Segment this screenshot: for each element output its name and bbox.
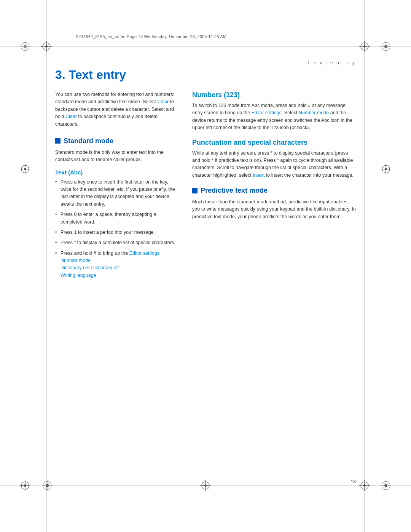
numbers-editor-settings-link[interactable]: Editor settings (252, 110, 282, 115)
intro-text-before: You can use two methods for entering tex… (55, 92, 174, 104)
standard-mode-description: Standard mode is the only way to enter t… (55, 149, 177, 164)
bullet-item-1: Press a key once to insert the first let… (55, 179, 177, 208)
left-column: You can use two methods for entering tex… (55, 91, 177, 282)
bullet-2-text: Press 0 to enter a space, thereby accept… (61, 212, 156, 224)
reg-mark-bottom-right (359, 480, 370, 491)
reg-mark-bottom-center (200, 480, 211, 491)
reg-mark-bottom-right2 (381, 480, 391, 491)
vline-right (364, 0, 365, 532)
blue-square-icon-2 (192, 188, 198, 193)
reg-mark-top-left2 (41, 41, 52, 52)
reg-mark-bottom-left (20, 480, 30, 491)
number-mode-link[interactable]: Number mode (61, 258, 91, 263)
punctuation-text-after: to insert the character into your messag… (264, 173, 353, 178)
numbers-body: To switch to 123 mode from Abc mode, pre… (192, 102, 356, 132)
bullet-4-text: Press * to display a complete list of sp… (61, 240, 175, 245)
bullet-5-text-before: Press and hold # to bring up the (61, 251, 129, 256)
reg-mark-mid-right (381, 164, 391, 174)
two-column-layout: You can use two methods for entering tex… (55, 91, 356, 282)
reg-mark-top-right2 (381, 41, 391, 52)
reg-mark-bottom-left2 (42, 480, 53, 491)
dictionary-off-link[interactable]: Dictionary off (91, 265, 119, 270)
text-abc-bullets: Press a key once to insert the first let… (55, 179, 177, 280)
numbers-heading: Numbers (123) (192, 91, 356, 99)
main-content: 3. Text entry You can use two methods fo… (55, 68, 356, 477)
section-header: T e x t e n t r y (307, 60, 356, 66)
dictionary-on-link[interactable]: Dictionary on (61, 265, 88, 270)
clear-link-2[interactable]: Clear (65, 114, 77, 119)
predictive-text-heading: Predictive text mode (192, 187, 356, 195)
file-info: 9243644_6155_en_au.fm Page 13 Wednesday,… (76, 34, 226, 39)
chapter-name: Text entry (69, 68, 126, 81)
predictive-text-description: Much faster than the standard mode metho… (192, 198, 356, 220)
punctuation-heading: Punctuation and special characters (192, 139, 356, 147)
page-number: 13 (351, 479, 356, 484)
reg-mark-top-right (359, 41, 370, 52)
bullet-1-text: Press a key once to insert the first let… (61, 179, 175, 207)
reg-mark-mid-left (20, 164, 30, 174)
editor-settings-link[interactable]: Editor settings (129, 251, 159, 256)
bullet-5-text-mid2: r (88, 265, 91, 270)
reg-mark-top-left (20, 41, 30, 52)
text-abc-heading: Text (Abc) (55, 169, 177, 176)
chapter-title: 3. Text entry (55, 68, 356, 82)
blue-square-icon (55, 138, 61, 144)
writing-language-link[interactable]: Writing language (61, 273, 96, 278)
hline-top (0, 46, 411, 47)
right-column: Numbers (123) To switch to 123 mode from… (192, 91, 356, 282)
page: 9243644_6155_en_au.fm Page 13 Wednesday,… (0, 0, 411, 532)
bullet-item-5: Press and hold # to bring up the Editor … (55, 250, 177, 280)
standard-mode-title: Standard mode (64, 137, 113, 145)
clear-link-1[interactable]: Clear (157, 99, 169, 104)
bullet-item-4: Press * to display a complete list of sp… (55, 239, 177, 246)
standard-mode-heading: Standard mode (55, 137, 177, 145)
vline-left (46, 0, 47, 532)
bullet-item-2: Press 0 to enter a space, thereby accept… (55, 211, 177, 226)
numbers-number-mode-link[interactable]: Number mode (299, 110, 329, 115)
bullet-item-3: Press 1 to insert a period into your mes… (55, 229, 177, 236)
bullet-3-text: Press 1 to insert a period into your mes… (61, 230, 155, 235)
predictive-text-title: Predictive text mode (201, 187, 268, 195)
insert-link[interactable]: Insert (253, 173, 264, 178)
intro-paragraph: You can use two methods for entering tex… (55, 91, 177, 128)
punctuation-body: While at any text entry screen, press * … (192, 150, 356, 179)
chapter-number: 3. (55, 68, 65, 81)
numbers-text-mid: . Select (282, 110, 299, 115)
